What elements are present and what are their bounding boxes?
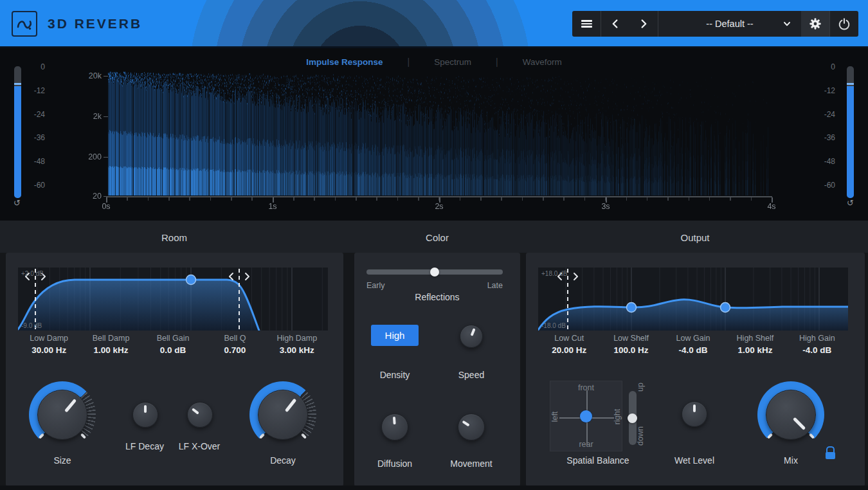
size-label: Size bbox=[30, 455, 95, 466]
movement-label: Movement bbox=[439, 458, 503, 469]
lf-decay-knob[interactable] bbox=[132, 402, 158, 428]
bottom-margin bbox=[0, 485, 868, 490]
pad-left-label: left bbox=[550, 397, 559, 436]
hamburger-icon bbox=[581, 19, 592, 29]
visualizer-tabs: Impulse Response | Spectrum | Waveform bbox=[0, 57, 868, 67]
sine-wave-icon bbox=[13, 12, 36, 35]
preset-name: -- Default -- bbox=[706, 19, 753, 29]
knob-pointer bbox=[132, 402, 158, 428]
elevation-down-label: down bbox=[636, 420, 645, 452]
spatial-balance-dot[interactable] bbox=[580, 410, 592, 422]
decay-label: Decay bbox=[251, 455, 315, 466]
preset-toolbar: -- Default -- bbox=[572, 11, 858, 37]
knob-pointer bbox=[236, 368, 330, 462]
room-eq-min-label: -9.0 dB bbox=[21, 322, 42, 329]
output-panel: +18.0 dB -18.0 dB Low Cut Low Shelf Low … bbox=[526, 253, 865, 486]
color-section-title: Color bbox=[373, 232, 502, 243]
decay-knob[interactable] bbox=[249, 381, 316, 448]
speed-label: Speed bbox=[439, 370, 503, 380]
app-logo bbox=[12, 11, 37, 37]
output-section-title: Output bbox=[631, 232, 759, 243]
speed-knob[interactable] bbox=[460, 325, 483, 348]
room-panel: +2.0 dB -9.0 dB Low Damp Bell Damp Bell … bbox=[6, 253, 343, 486]
settings-button[interactable] bbox=[801, 11, 829, 37]
reflections-max-label: Late bbox=[366, 281, 503, 290]
room-damping-eq-display[interactable]: +2.0 dB -9.0 dB bbox=[18, 268, 328, 331]
section-titles: Room Color Output bbox=[0, 221, 868, 253]
mix-label: Mix bbox=[752, 455, 829, 466]
knob-pointer bbox=[453, 408, 490, 446]
tab-divider: | bbox=[496, 57, 498, 67]
bell-handle[interactable] bbox=[186, 275, 196, 285]
pad-right-label: right bbox=[613, 397, 622, 436]
knob-pointer bbox=[743, 367, 838, 462]
output-eq-max-label: +18.0 dB bbox=[541, 270, 568, 277]
chevron-down-icon bbox=[782, 19, 792, 29]
room-eq-max-label: +2.0 dB bbox=[21, 270, 44, 277]
knob-pointer bbox=[682, 401, 707, 427]
room-section-title: Room bbox=[110, 232, 239, 243]
output-level-meter bbox=[847, 66, 854, 198]
tab-waveform[interactable]: Waveform bbox=[523, 57, 562, 67]
mix-knob[interactable] bbox=[757, 381, 824, 448]
previous-preset-button[interactable] bbox=[601, 11, 629, 37]
mix-lock-icon[interactable] bbox=[825, 446, 836, 459]
output-eq-display[interactable]: +18.0 dB -18.0 dB bbox=[538, 268, 848, 331]
controls-area: Room Color Output +2.0 dB -9.0 dB bbox=[0, 221, 868, 490]
wet-level-label: Wet Level bbox=[656, 455, 733, 466]
lf-xover-label: LF X-Over bbox=[172, 441, 227, 451]
knob-pointer bbox=[381, 413, 410, 442]
elevation-up-label: up bbox=[636, 371, 645, 403]
right-meter-reset-icon[interactable]: ↺ bbox=[847, 198, 854, 208]
knob-pointer bbox=[15, 368, 110, 462]
lf-xover-knob[interactable] bbox=[187, 402, 213, 428]
gear-icon bbox=[808, 17, 822, 31]
input-level-meter bbox=[14, 66, 21, 198]
color-panel: Early Late Reflections High Density Spee… bbox=[354, 253, 520, 486]
spatial-balance-pad[interactable]: front rear left right bbox=[550, 381, 622, 451]
reflections-slider-thumb[interactable] bbox=[430, 268, 439, 277]
room-param-values: 30.00 Hz 1.00 kHz 0.0 dB 0.700 3.00 kHz bbox=[18, 345, 328, 355]
diffusion-knob[interactable] bbox=[381, 413, 408, 440]
tab-impulse-response[interactable]: Impulse Response bbox=[306, 57, 383, 67]
preset-dropdown[interactable]: -- Default -- bbox=[658, 11, 801, 37]
density-mode-value: High bbox=[385, 330, 405, 341]
output-eq-min-label: -18.0 dB bbox=[541, 322, 566, 329]
chevron-left-icon bbox=[608, 17, 622, 31]
diffusion-label: Diffusion bbox=[363, 458, 427, 469]
tab-spectrum[interactable]: Spectrum bbox=[434, 57, 471, 67]
knob-pointer bbox=[182, 397, 218, 433]
power-icon bbox=[837, 17, 851, 31]
chevron-right-icon bbox=[637, 17, 651, 31]
power-button[interactable] bbox=[830, 11, 858, 37]
high-shelf-handle[interactable] bbox=[721, 303, 730, 313]
wet-level-knob[interactable] bbox=[682, 401, 707, 427]
movement-knob[interactable] bbox=[458, 413, 485, 440]
tab-divider: | bbox=[408, 57, 410, 67]
left-meter-reset-icon[interactable]: ↺ bbox=[14, 198, 21, 208]
size-knob[interactable] bbox=[29, 381, 96, 448]
density-mode-button[interactable]: High bbox=[371, 325, 419, 346]
room-param-names: Low Damp Bell Damp Bell Gain Bell Q High… bbox=[18, 334, 328, 343]
visualizer: Impulse Response | Spectrum | Waveform 0… bbox=[0, 48, 868, 221]
density-label: Density bbox=[363, 370, 427, 380]
lf-decay-label: LF Decay bbox=[117, 441, 172, 451]
next-preset-button[interactable] bbox=[629, 11, 658, 37]
reflections-label: Reflections bbox=[373, 292, 502, 302]
knob-pointer bbox=[457, 322, 487, 352]
output-param-names: Low Cut Low Shelf Low Gain High Shelf Hi… bbox=[538, 334, 848, 343]
output-param-values: 20.00 Hz 100.0 Hz -4.0 dB 1.00 kHz -4.0 … bbox=[538, 345, 848, 355]
app-title: 3D REVERB bbox=[48, 16, 142, 32]
menu-button[interactable] bbox=[572, 11, 601, 37]
low-shelf-handle[interactable] bbox=[627, 303, 637, 313]
impulse-response-plot bbox=[106, 71, 772, 195]
title-bar: 3D REVERB -- Default -- bbox=[0, 0, 868, 48]
spatial-balance-label: Spatial Balance bbox=[547, 455, 649, 466]
